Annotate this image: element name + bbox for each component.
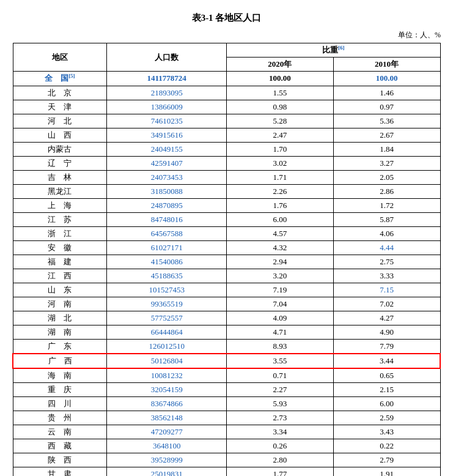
cell-population: 64567588 bbox=[107, 226, 227, 240]
cell-region: 河 南 bbox=[13, 297, 107, 311]
cell-ratio-2010: 1.72 bbox=[333, 198, 440, 212]
cell-region: 江 苏 bbox=[13, 212, 107, 226]
table-row: 山 东1015274537.197.15 bbox=[13, 283, 440, 297]
table-row: 福 建415400862.942.75 bbox=[13, 255, 440, 269]
cell-population: 21893095 bbox=[107, 86, 227, 100]
cell-ratio-2020: 7.19 bbox=[226, 283, 333, 297]
cell-region: 福 建 bbox=[13, 255, 107, 269]
cell-ratio-2010: 5.87 bbox=[333, 212, 440, 226]
table-row: 河 南993655197.047.02 bbox=[13, 297, 440, 311]
table-row: 北 京218930951.551.46 bbox=[13, 86, 440, 100]
cell-ratio-2010: 4.27 bbox=[333, 311, 440, 325]
cell-ratio-2010: 3.43 bbox=[333, 425, 440, 439]
cell-ratio-2010: 2.05 bbox=[333, 170, 440, 184]
cell-ratio-2010: 1.84 bbox=[333, 142, 440, 156]
cell-ratio-2020: 4.32 bbox=[226, 240, 333, 255]
cell-population: 41540086 bbox=[107, 255, 227, 269]
table-row: 黑龙江318500882.262.86 bbox=[13, 184, 440, 198]
cell-population: 47209277 bbox=[107, 425, 227, 439]
cell-population: 24870895 bbox=[107, 198, 227, 212]
cell-region: 山 东 bbox=[13, 283, 107, 297]
table-row: 上 海248708951.761.72 bbox=[13, 198, 440, 212]
cell-ratio-2020: 5.28 bbox=[226, 114, 333, 128]
cell-region: 湖 南 bbox=[13, 325, 107, 339]
cell-region: 安 徽 bbox=[13, 240, 107, 255]
cell-ratio-2010: 2.15 bbox=[333, 382, 440, 396]
cell-ratio-2010: 4.90 bbox=[333, 325, 440, 339]
cell-ratio-2010: 2.67 bbox=[333, 128, 440, 142]
cell-region: 内蒙古 bbox=[13, 142, 107, 156]
table-row: 天 津138660090.980.97 bbox=[13, 100, 440, 114]
cell-ratio-2010: 2.86 bbox=[333, 184, 440, 198]
cell-ratio-2020: 5.93 bbox=[226, 396, 333, 411]
cell-population: 1411778724 bbox=[107, 72, 227, 86]
table-row: 广 东1260125108.937.79 bbox=[13, 339, 440, 354]
cell-ratio-2020: 0.26 bbox=[226, 439, 333, 453]
cell-ratio-2010: 4.06 bbox=[333, 226, 440, 240]
cell-ratio-2020: 3.02 bbox=[226, 156, 333, 170]
table-row: 山 西349156162.472.67 bbox=[13, 128, 440, 142]
cell-region: 辽 宁 bbox=[13, 156, 107, 170]
cell-population: 74610235 bbox=[107, 114, 227, 128]
table-row: 全 国[5]1411778724100.00100.00 bbox=[13, 72, 440, 86]
table-row: 重 庆320541592.272.15 bbox=[13, 382, 440, 396]
cell-population: 31850088 bbox=[107, 184, 227, 198]
cell-population: 3648100 bbox=[107, 439, 227, 453]
cell-population: 34915616 bbox=[107, 128, 227, 142]
cell-ratio-2010: 2.59 bbox=[333, 411, 440, 425]
cell-ratio-2020: 2.80 bbox=[226, 453, 333, 467]
cell-ratio-2020: 3.34 bbox=[226, 425, 333, 439]
cell-ratio-2010: 7.15 bbox=[333, 283, 440, 297]
cell-region: 黑龙江 bbox=[13, 184, 107, 198]
table-row: 贵 州385621482.732.59 bbox=[13, 411, 440, 425]
table-row: 广 西501268043.553.44 bbox=[13, 354, 440, 368]
table-row: 河 北746102355.285.36 bbox=[13, 114, 440, 128]
cell-ratio-2010: 0.22 bbox=[333, 439, 440, 453]
cell-ratio-2020: 6.00 bbox=[226, 212, 333, 226]
cell-population: 42591407 bbox=[107, 156, 227, 170]
table-row: 江 苏847480166.005.87 bbox=[13, 212, 440, 226]
cell-ratio-2010: 3.33 bbox=[333, 269, 440, 283]
cell-ratio-2010: 0.65 bbox=[333, 368, 440, 383]
cell-region: 江 西 bbox=[13, 269, 107, 283]
table-row: 西 藏36481000.260.22 bbox=[13, 439, 440, 453]
cell-population: 38562148 bbox=[107, 411, 227, 425]
cell-population: 99365519 bbox=[107, 297, 227, 311]
table-row: 四 川836748665.936.00 bbox=[13, 396, 440, 411]
cell-ratio-2020: 2.94 bbox=[226, 255, 333, 269]
cell-ratio-2010: 7.02 bbox=[333, 297, 440, 311]
cell-ratio-2020: 2.73 bbox=[226, 411, 333, 425]
table-row: 甘 肃250198311.771.91 bbox=[13, 467, 440, 476]
cell-region: 四 川 bbox=[13, 396, 107, 411]
header-ratio: 比重[6] bbox=[226, 43, 440, 58]
table-row: 湖 北577525574.094.27 bbox=[13, 311, 440, 325]
cell-ratio-2020: 0.71 bbox=[226, 368, 333, 383]
cell-ratio-2020: 100.00 bbox=[226, 72, 333, 86]
cell-ratio-2010: 3.44 bbox=[333, 354, 440, 368]
cell-ratio-2020: 0.98 bbox=[226, 100, 333, 114]
header-row-1: 地区 人口数 比重[6] bbox=[13, 43, 440, 58]
table-row: 吉 林240734531.712.05 bbox=[13, 170, 440, 184]
header-year2010: 2010年 bbox=[333, 58, 440, 72]
header-population: 人口数 bbox=[107, 43, 227, 72]
cell-ratio-2020: 8.93 bbox=[226, 339, 333, 354]
cell-region: 海 南 bbox=[13, 368, 107, 383]
header-region: 地区 bbox=[13, 43, 107, 72]
cell-ratio-2010: 6.00 bbox=[333, 396, 440, 411]
cell-ratio-2010: 1.46 bbox=[333, 86, 440, 100]
table-row: 海 南100812320.710.65 bbox=[13, 368, 440, 383]
cell-ratio-2020: 1.70 bbox=[226, 142, 333, 156]
table-row: 湖 南664448644.714.90 bbox=[13, 325, 440, 339]
cell-region: 河 北 bbox=[13, 114, 107, 128]
cell-ratio-2010: 100.00 bbox=[333, 72, 440, 86]
cell-ratio-2020: 1.77 bbox=[226, 467, 333, 476]
cell-population: 83674866 bbox=[107, 396, 227, 411]
cell-ratio-2020: 2.26 bbox=[226, 184, 333, 198]
cell-region: 云 南 bbox=[13, 425, 107, 439]
cell-region: 广 东 bbox=[13, 339, 107, 354]
cell-region: 山 西 bbox=[13, 128, 107, 142]
page-title: 表3-1 各地区人口 bbox=[12, 12, 441, 24]
cell-region: 西 藏 bbox=[13, 439, 107, 453]
cell-ratio-2020: 2.27 bbox=[226, 382, 333, 396]
header-year2020: 2020年 bbox=[226, 58, 333, 72]
